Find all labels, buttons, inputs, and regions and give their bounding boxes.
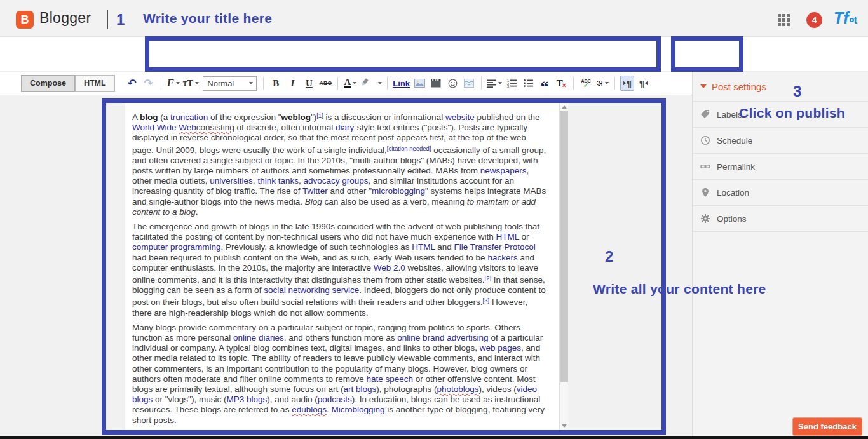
post-settings-header[interactable]: Post settings [693,72,868,102]
location-pin-icon [700,187,710,198]
sidebar-item-schedule[interactable]: Schedule [693,128,868,154]
blogger-logo-icon[interactable]: B [16,11,34,29]
annotation-step-2-label: Write all your content here [593,281,766,297]
text-segment: . Previously, a knowledge of such techno… [221,242,412,252]
citation-ref[interactable]: [3] [483,297,490,304]
insert-video-button[interactable] [429,76,443,91]
inline-link[interactable]: hate speech [366,374,413,384]
inline-link[interactable]: advocacy groups [303,176,368,186]
inline-link[interactable]: edublogs [292,405,327,414]
inline-link[interactable]: podcasts [318,395,352,404]
inline-link[interactable]: photoblogs [437,384,479,394]
inline-link[interactable]: newspapers [480,166,527,175]
strikethrough-button[interactable]: ABC [318,76,332,91]
alignment-button[interactable] [487,76,502,91]
inline-link[interactable]: online diaries [233,333,284,342]
text-segment: consisting [196,123,234,132]
toolbar-separator [337,77,338,90]
font-button[interactable]: F [166,76,180,91]
text-segment: A [132,112,140,122]
insert-link-button[interactable]: Link [393,76,410,91]
insert-image-button[interactable] [412,76,426,91]
toolbar-separator [614,77,615,90]
editor-scrollbar[interactable] [559,103,568,430]
bottom-edge-bar [0,436,868,439]
citation-ref[interactable]: [2] [485,274,492,281]
notification-badge[interactable]: 4 [806,12,822,28]
text-segment: or [519,232,529,241]
sidebar-item-options[interactable]: Options [693,206,868,232]
inline-link[interactable]: HTML [496,232,519,241]
text-segment: . [196,207,198,217]
citation-ref[interactable]: [citation needed] [387,145,431,152]
inline-link[interactable]: Microblogging [331,405,384,414]
scroll-down-arrow-icon[interactable] [562,424,567,428]
sidebar-item-location[interactable]: Location [693,180,868,206]
citation-ref[interactable]: [1] [316,112,323,119]
rtl-arrow-icon [645,81,648,86]
inline-link[interactable]: website [445,112,475,122]
inline-link[interactable]: universities [210,176,253,186]
toolbar-separator [573,77,574,90]
inline-link[interactable]: MP3 blogs [226,395,267,404]
text-segment: (a [158,112,171,122]
text-color-icon: A [344,78,351,88]
chevron-down-icon [353,82,356,84]
transliterate-button[interactable]: अ [595,76,609,91]
blockquote-button[interactable]: “ [538,76,552,91]
highlight-button[interactable] [360,76,382,91]
sidebar-item-label: Schedule [717,136,752,145]
inline-link[interactable]: web pages [480,343,521,353]
annotation-step-2-number: 2 [605,248,613,266]
inline-link[interactable]: World Wide [132,123,179,132]
redo-button[interactable]: ↷ [142,76,156,91]
inline-link[interactable]: think tanks [257,176,299,186]
compose-tab[interactable]: Compose [21,75,75,92]
insert-emoji-button[interactable] [445,76,459,91]
avatar[interactable]: Tft [834,9,859,29]
paragraph-format-select[interactable]: Normal [203,76,257,91]
rtl-direction-button[interactable]: ¶ [637,76,651,91]
inline-link[interactable]: social networking service [264,285,359,295]
text-segment: had been required to publish content on … [132,253,487,262]
undo-button[interactable]: ↶ [125,76,139,91]
bullet-list-button[interactable] [521,76,535,91]
inline-link[interactable]: online brand advertising [397,333,488,342]
bold-button[interactable]: B [269,76,283,91]
align-left-icon [487,79,496,88]
inline-link[interactable]: HTML [412,242,435,252]
page-break-icon [464,79,474,88]
font-size-button[interactable]: TT [183,76,200,91]
insert-jump-break-button[interactable] [462,76,476,91]
numbered-list-button[interactable]: 123 [505,76,519,91]
scroll-up-arrow-icon[interactable] [562,105,567,109]
inline-link[interactable]: Web [179,123,196,132]
sidebar-item-permalink[interactable]: Permalink [693,154,868,180]
inline-link[interactable]: diary [336,123,354,132]
text-color-button[interactable]: A [343,76,357,91]
inline-link[interactable]: File Transfer Protocol [454,242,536,252]
inline-link[interactable]: truncation [170,112,208,122]
sidebar-item-label: Labels [717,110,742,119]
spellcheck-button[interactable]: ABC✓ [579,76,593,91]
text-segment: ") [311,112,316,122]
underline-button[interactable]: U [302,76,316,91]
inline-link[interactable]: art blogs [343,384,376,394]
post-body-editor[interactable]: A blog (a truncation of the expression "… [125,103,559,430]
ltr-direction-button[interactable]: ¶ [620,76,634,91]
inline-link[interactable]: computer programming [132,242,221,252]
text-segment: The emergence and growth of blogs in the… [132,222,539,241]
inline-link[interactable]: hackers [487,253,517,262]
inline-link[interactable]: Twitter [302,186,328,196]
brand-name: Blogger [39,10,91,27]
toolbar-separator [161,77,161,90]
scrollbar-thumb[interactable] [560,111,568,382]
google-apps-grid-icon[interactable] [778,14,790,26]
inline-link[interactable]: microblogging [372,186,425,196]
remove-formatting-button[interactable]: T× [554,76,568,91]
html-tab[interactable]: HTML [75,75,115,92]
italic-button[interactable]: I [285,76,299,91]
inline-link[interactable]: Web 2.0 [374,263,405,273]
send-feedback-button[interactable]: Send feedback [792,417,862,436]
annotation-step-3-label: Click on publish [739,105,845,121]
